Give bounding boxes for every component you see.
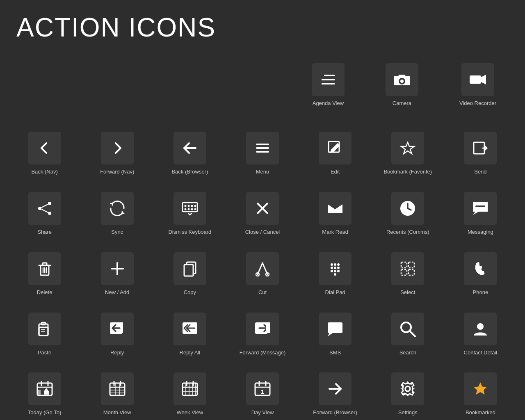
icon-new-add: New / Add: [81, 244, 153, 304]
icon-messaging: Messaging: [444, 184, 517, 244]
icon-send: Send: [444, 123, 517, 184]
icon-dismiss-keyboard: Dismiss Keyboard: [153, 184, 226, 244]
svg-rect-94: [183, 383, 197, 395]
svg-rect-36: [43, 263, 47, 265]
icon-today-goto: Today (Go To): [8, 364, 81, 420]
svg-rect-4: [470, 75, 481, 84]
svg-point-51: [331, 267, 333, 269]
icon-week-view: Week View: [153, 364, 226, 420]
svg-rect-61: [409, 269, 414, 275]
icons-grid: Back (Nav) Forward (Nav) Back (Browser) …: [0, 119, 525, 420]
svg-marker-76: [328, 333, 333, 336]
icon-share: Share: [8, 184, 81, 244]
svg-rect-86: [110, 383, 125, 395]
svg-point-52: [334, 267, 336, 269]
svg-point-50: [337, 263, 340, 266]
svg-line-78: [410, 331, 415, 336]
svg-point-55: [334, 270, 336, 272]
icon-paste: Paste: [8, 304, 81, 365]
camera-label: Camera: [393, 100, 411, 107]
top-icon-video-recorder: Video Recorder: [455, 55, 500, 115]
svg-point-79: [477, 323, 484, 330]
svg-point-54: [331, 270, 333, 272]
svg-point-53: [337, 267, 340, 269]
svg-rect-43: [184, 265, 193, 276]
svg-line-17: [41, 204, 48, 208]
svg-rect-75: [328, 322, 342, 333]
svg-marker-5: [481, 75, 486, 84]
icon-phone: Phone: [444, 244, 517, 304]
svg-point-23: [194, 205, 196, 207]
svg-rect-3: [322, 75, 324, 76]
icon-forward-browser: Forward (Browser): [299, 364, 372, 420]
svg-marker-84: [38, 390, 41, 395]
agenda-view-icon: [312, 63, 345, 96]
svg-point-16: [38, 207, 41, 210]
svg-point-25: [187, 208, 189, 210]
svg-point-48: [331, 263, 333, 266]
icon-back-nav: Back (Nav): [8, 123, 81, 184]
icon-back-browser: Back (Browser): [153, 123, 226, 184]
svg-point-57: [334, 273, 336, 276]
svg-rect-9: [256, 151, 269, 153]
icon-reply: Reply: [81, 304, 153, 365]
svg-point-22: [191, 205, 193, 207]
video-recorder-label: Video Recorder: [459, 100, 496, 107]
icon-close-cancel: Close / Cancel: [226, 184, 299, 244]
top-icons-row: Agenda View Camera Video Recorder: [0, 51, 525, 119]
svg-point-49: [334, 263, 336, 266]
icon-search: Search: [372, 304, 444, 365]
top-icon-camera: Camera: [381, 55, 422, 115]
icon-bookmarked: Bookmarked: [444, 364, 517, 420]
svg-rect-59: [409, 262, 414, 268]
icon-edit: Edit: [299, 123, 372, 184]
icon-dial-pad: Dial Pad: [299, 244, 372, 304]
agenda-view-label: Agenda View: [313, 100, 344, 107]
icon-settings: Settings: [372, 364, 444, 420]
icon-recents-comms: Recents (Comms): [372, 184, 444, 244]
svg-point-20: [184, 205, 186, 207]
svg-text:1: 1: [261, 388, 264, 395]
icon-forward-message: Forward (Message): [226, 304, 299, 365]
svg-rect-60: [401, 269, 407, 275]
svg-point-14: [48, 202, 51, 205]
svg-marker-85: [44, 388, 49, 395]
page-title: ACTION ICONS: [0, 0, 525, 51]
camera-icon: [386, 63, 418, 96]
svg-rect-58: [401, 262, 407, 268]
icon-month-view: Month View: [81, 364, 153, 420]
svg-line-18: [41, 209, 48, 212]
svg-point-15: [48, 212, 51, 215]
svg-point-110: [405, 386, 410, 391]
svg-point-56: [337, 270, 340, 272]
svg-marker-68: [121, 322, 123, 333]
icon-copy: Copy: [153, 244, 226, 304]
svg-rect-2: [322, 83, 335, 84]
svg-rect-7: [256, 144, 269, 145]
svg-marker-32: [473, 212, 479, 215]
icon-cut: Cut: [226, 244, 299, 304]
svg-point-26: [191, 208, 193, 210]
icon-day-view: 1 Day View: [226, 364, 299, 420]
svg-rect-19: [183, 203, 197, 212]
svg-marker-74: [266, 322, 270, 333]
icon-forward-nav: Forward (Nav): [81, 123, 153, 184]
svg-marker-11: [401, 142, 414, 154]
icon-reply-all: Reply All: [153, 304, 226, 365]
svg-point-24: [184, 208, 186, 210]
icon-bookmark: Bookmark (Favorite): [372, 123, 444, 184]
svg-rect-33: [475, 205, 485, 207]
icon-mark-read: Mark Read: [299, 184, 372, 244]
svg-marker-111: [474, 382, 487, 395]
icon-sms: SMS: [299, 304, 372, 365]
top-icon-agenda-view: Agenda View: [308, 55, 349, 115]
svg-rect-1: [322, 79, 335, 80]
svg-point-27: [194, 208, 196, 210]
icon-sync: Sync: [81, 184, 153, 244]
video-recorder-icon: [461, 63, 494, 96]
svg-rect-8: [256, 147, 269, 149]
icon-contact-detail: Contact Detail: [444, 304, 517, 365]
svg-point-21: [187, 205, 189, 207]
icon-select: Select: [372, 244, 444, 304]
icon-delete: Delete: [8, 244, 81, 304]
